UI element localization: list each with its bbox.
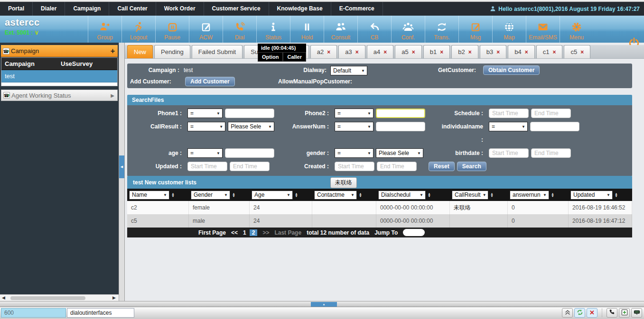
expand-arrow-icon[interactable]: ▶ (111, 93, 114, 98)
column-select-contactme[interactable]: Contactme▼ (314, 191, 357, 200)
tab-new[interactable]: New (127, 45, 153, 58)
sort-desc-icon[interactable]: ▼ (615, 195, 618, 197)
tab-a2[interactable]: a2× (310, 45, 337, 58)
phone-button[interactable] (607, 308, 617, 318)
refresh-button[interactable] (574, 308, 585, 318)
tab-a3[interactable]: a3× (338, 45, 365, 58)
sort-control-age[interactable]: ▲▼ (295, 192, 298, 197)
extension-status[interactable]: Ext. 5001 : ∨ (5, 29, 40, 36)
column-select-updated[interactable]: Updated▼ (570, 191, 613, 200)
individualname-operator-select[interactable]: =▼ (489, 122, 528, 131)
column-select-name[interactable]: Name▼ (129, 191, 169, 200)
tab-c5[interactable]: c5× (564, 45, 590, 58)
nav-item-dialer[interactable]: Dialer (33, 2, 65, 16)
toolbar-logout-button[interactable]: Logout (121, 16, 155, 43)
scroll-right-icon[interactable]: ▶ (112, 295, 116, 300)
sidebar-panel-campaign-header[interactable]: ☎? Campaign + (1, 45, 118, 57)
page-number-2-current[interactable]: 2 (250, 229, 258, 236)
not-contacted-filter-button[interactable]: 未联络 (330, 177, 357, 188)
sort-desc-icon[interactable]: ▼ (232, 195, 235, 197)
sort-desc-icon[interactable]: ▼ (171, 195, 175, 197)
nav-item-customer-service[interactable]: Customer Service (204, 2, 269, 16)
column-select-age[interactable]: Age▼ (252, 191, 293, 200)
tab-a4[interactable]: a4× (367, 45, 393, 58)
tab-c1[interactable]: c1× (536, 45, 563, 58)
toolbar-group-button[interactable]: Group (88, 16, 121, 43)
created-end-input[interactable] (377, 162, 417, 171)
add-button[interactable] (619, 308, 630, 318)
scrollbar-thumb[interactable] (10, 296, 85, 300)
jump-to-input[interactable] (403, 229, 425, 236)
sort-desc-icon[interactable]: ▼ (428, 195, 431, 197)
close-icon[interactable]: × (355, 49, 359, 55)
gender-value-select[interactable]: Please Sele▼ (376, 148, 423, 158)
schedule-start-input[interactable] (489, 109, 529, 118)
close-button[interactable]: ✕ (587, 308, 597, 318)
add-customer-button[interactable]: Add Customer (185, 77, 235, 86)
phone1-input[interactable] (225, 109, 274, 118)
reset-button[interactable]: Reset (429, 162, 455, 171)
nav-item-call-center[interactable]: Call Center (109, 2, 156, 16)
close-icon[interactable]: × (525, 49, 528, 55)
callresult-operator-select[interactable]: =▼ (187, 122, 225, 131)
toolbar-cb-button[interactable]: CB (357, 16, 391, 43)
tab-b4[interactable]: b4× (508, 45, 534, 58)
individualname-input[interactable] (530, 122, 579, 131)
add-campaign-button[interactable]: + (111, 47, 115, 55)
created-start-input[interactable] (335, 162, 374, 171)
sort-control-dialschedul[interactable]: ▲▼ (428, 192, 431, 197)
toolbar-trans-button[interactable]: Trans. (425, 16, 458, 43)
tab-b3[interactable]: b3× (480, 45, 506, 58)
table-row[interactable]: c5male240000-00-00 00:00:0002016-08-19 1… (127, 214, 632, 228)
first-page-button[interactable]: First Page (198, 229, 226, 236)
dialout-interface-field[interactable] (67, 308, 134, 318)
toolbar-map-button[interactable]: Map (492, 16, 526, 43)
callresult-value-select[interactable]: Please Sele▼ (228, 122, 274, 131)
phone2-operator-select[interactable]: =▼ (335, 109, 373, 118)
column-select-callresult[interactable]: CallResult▼ (452, 191, 488, 200)
sort-control-gender[interactable]: ▲▼ (232, 192, 235, 197)
phone2-input[interactable] (376, 109, 425, 118)
toolbar-menu-button[interactable]: Menu (560, 16, 593, 43)
nav-item-e-commerce[interactable]: E-Commerce (331, 2, 383, 16)
toolbar-acw-button[interactable]: ACW (189, 16, 223, 43)
close-icon[interactable]: × (580, 49, 584, 55)
nav-item-portal[interactable]: Portal (0, 2, 33, 16)
queue-field[interactable] (1, 308, 66, 318)
phone1-operator-select[interactable]: =▼ (187, 109, 223, 118)
option-button[interactable]: Option (258, 52, 283, 62)
age-operator-select[interactable]: =▼ (187, 148, 223, 158)
caller-button[interactable]: Caller (283, 52, 306, 62)
sort-desc-icon[interactable]: ▼ (359, 195, 362, 197)
gender-operator-select[interactable]: =▼ (335, 148, 373, 158)
toolbar-pause-button[interactable]: Pause (155, 16, 189, 43)
sort-desc-icon[interactable]: ▼ (490, 195, 494, 197)
table-row[interactable]: c2female240000-00-00 00:00:00未联络02016-08… (127, 201, 632, 214)
toolbar-msg-button[interactable]: Msg (458, 16, 492, 43)
answernum-input[interactable] (376, 122, 425, 131)
bottom-splitter[interactable]: ▲ (0, 301, 644, 307)
toolbar-email-sms-button[interactable]: Email/SMS (526, 16, 560, 43)
birthdate-end-input[interactable] (531, 148, 571, 158)
tab-pending[interactable]: Pending (154, 45, 190, 58)
search-button[interactable]: Search (457, 162, 486, 171)
sort-control-callresult[interactable]: ▲▼ (490, 192, 494, 197)
close-icon[interactable]: × (440, 49, 443, 55)
close-icon[interactable]: × (327, 49, 330, 55)
column-select-gender[interactable]: Gender▼ (191, 191, 230, 200)
updated-end-input[interactable] (230, 162, 270, 171)
bottom-collapse-handle[interactable]: ▲ (311, 302, 337, 307)
nav-item-campaign[interactable]: Campaign (65, 2, 109, 16)
prev-page-button[interactable]: << (231, 229, 238, 236)
collapse-button[interactable] (562, 308, 573, 318)
close-icon[interactable]: × (468, 49, 472, 55)
campaign-list-item-test[interactable]: test (1, 70, 117, 82)
obtain-customer-button[interactable]: Obtain Customer (483, 65, 540, 75)
toolbar-consult-button[interactable]: Consult (324, 16, 357, 43)
close-icon[interactable]: × (552, 49, 556, 55)
sidebar-collapse-handle[interactable]: ◀ (119, 155, 124, 178)
toolbar-conf-button[interactable]: Conf. (391, 16, 425, 43)
toolbar-dial-button[interactable]: Dial (223, 16, 256, 43)
sidebar-splitter[interactable]: ◀ (119, 43, 125, 301)
updated-start-input[interactable] (187, 162, 227, 171)
